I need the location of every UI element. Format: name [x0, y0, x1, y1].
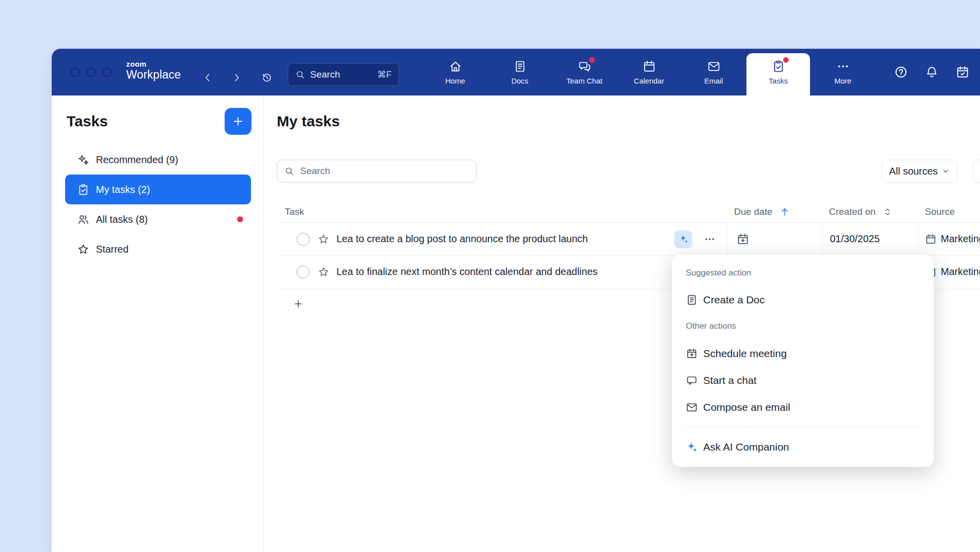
all-sources-dropdown[interactable]: All sources [882, 160, 958, 183]
tasks-search-input[interactable] [299, 165, 469, 177]
history-button[interactable] [258, 69, 276, 87]
topnav-label: Tasks [769, 77, 788, 85]
add-task-button[interactable] [288, 293, 309, 314]
ai-sparkle-icon [678, 234, 689, 244]
topnav-label: Calendar [634, 77, 664, 85]
popup-item-compose-email[interactable]: Compose an email [672, 394, 934, 421]
popup-item-start-chat[interactable]: Start a chat [672, 367, 934, 394]
more-actions-icon[interactable] [703, 233, 716, 246]
task-checkbox[interactable] [297, 233, 310, 246]
source-cell: Marketing [918, 223, 980, 255]
add-due-date-icon[interactable] [736, 233, 749, 246]
popup-item-ask-ai-companion[interactable]: Ask AI Companion [672, 434, 934, 460]
due-date-cell [727, 223, 822, 255]
sidebar-header: Tasks [52, 95, 263, 135]
calendar-plus-icon [686, 348, 698, 360]
topnav-email[interactable]: Email [689, 49, 738, 95]
nav-back-button[interactable] [199, 69, 217, 87]
notifications-button[interactable] [921, 61, 943, 83]
home-icon [449, 60, 462, 73]
zoom-workplace-logo: zoom Workplace [126, 60, 181, 82]
top-navigation: Home Docs Team Chat Calendar Email [430, 49, 868, 95]
topnav-tasks[interactable]: Tasks [753, 49, 803, 95]
ai-actions-popup: Suggested action Create a Doc Other acti… [672, 255, 934, 467]
plus-icon [293, 298, 304, 309]
sort-toggle-icon[interactable] [883, 207, 893, 217]
topnav-docs[interactable]: Docs [495, 49, 545, 95]
email-icon [707, 60, 721, 73]
task-title[interactable]: Lea to finalize next month’s content cal… [336, 266, 598, 277]
popup-item-label: Ask AI Companion [703, 441, 789, 453]
tasks-search[interactable] [277, 160, 477, 183]
topnav-label: Team Chat [567, 77, 603, 85]
star-icon [77, 243, 89, 256]
search-shortcut: ⌘F [377, 69, 392, 80]
help-icon [894, 65, 908, 79]
history-clock-icon [261, 72, 272, 83]
ai-companion-button[interactable] [674, 230, 692, 248]
popup-section-label: Suggested action [672, 267, 934, 279]
column-header-task: Task [277, 201, 727, 222]
table-row: Lea to create a blog post to announce th… [277, 223, 980, 256]
popup-item-label: Start a chat [703, 374, 756, 386]
topnav-more[interactable]: More [818, 49, 868, 95]
sidebar-item-starred[interactable]: Starred [65, 234, 251, 264]
nav-forward-button[interactable] [228, 69, 245, 87]
task-cell: Lea to create a blog post to announce th… [277, 223, 727, 255]
popup-item-label: Schedule meeting [703, 348, 787, 360]
column-label: Created on [829, 206, 876, 217]
topnav-team-chat[interactable]: Team Chat [560, 49, 609, 95]
calendar-date-icon [956, 65, 970, 79]
envelope-icon [686, 401, 698, 413]
window-control-dot[interactable] [86, 68, 96, 77]
logo-zoom-text: zoom [126, 60, 181, 69]
sidebar-item-all-tasks[interactable]: All tasks (8) [65, 204, 251, 234]
column-header-created-on[interactable]: Created on [822, 201, 918, 222]
popup-item-schedule-meeting[interactable]: Schedule meeting [672, 340, 934, 367]
team-chat-icon [578, 60, 591, 73]
topnav-calendar[interactable]: Calendar [624, 49, 674, 95]
new-task-button[interactable] [225, 108, 251, 135]
chat-bubble-icon [686, 374, 698, 386]
sidebar-item-my-tasks[interactable]: My tasks (2) [65, 175, 251, 204]
chevron-right-icon [231, 72, 242, 83]
more-icon [836, 60, 850, 73]
global-search[interactable]: Search ⌘F [288, 63, 399, 86]
global-search-label: Search [310, 69, 340, 80]
topnav-home[interactable]: Home [430, 49, 480, 95]
column-label: Task [285, 206, 304, 217]
help-button[interactable] [890, 61, 912, 83]
sidebar-item-recommended[interactable]: Recommended (9) [65, 145, 251, 175]
topnav-label: Email [704, 77, 723, 85]
topbar-utilities [890, 49, 974, 95]
column-header-due-date[interactable]: Due date [727, 201, 822, 222]
topnav-label: Home [445, 77, 465, 85]
all-sources-label: All sources [889, 166, 938, 177]
row-actions [674, 230, 727, 248]
window-control-dot[interactable] [71, 68, 80, 77]
sidebar-item-label: Starred [96, 244, 129, 255]
calendar-date-button[interactable] [952, 61, 974, 83]
topnav-label: More [834, 77, 851, 85]
doc-icon [686, 294, 698, 306]
ai-companion-icon [686, 441, 698, 453]
task-title[interactable]: Lea to create a blog post to announce th… [336, 233, 588, 245]
created-on-value: 01/30/2025 [830, 233, 880, 245]
sidebar-item-label: Recommended (9) [96, 154, 178, 166]
column-label: Source [925, 206, 955, 217]
search-icon [284, 166, 294, 176]
table-header: Task Due date Created on Source [277, 201, 980, 223]
topnav-label: Docs [511, 77, 528, 85]
task-cell: Lea to finalize next month’s content cal… [277, 256, 727, 288]
popup-item-create-doc[interactable]: Create a Doc [672, 286, 934, 313]
star-icon[interactable] [318, 266, 329, 278]
sort-ascending-icon[interactable] [779, 206, 790, 217]
sparkles-icon [77, 154, 89, 166]
star-icon[interactable] [318, 233, 329, 245]
tasks-sidebar: Tasks Recommended (9) My tasks (2) All t… [52, 95, 264, 552]
notification-dot [237, 216, 243, 222]
window-control-dot[interactable] [102, 68, 112, 77]
task-checkbox[interactable] [297, 266, 310, 278]
created-on-cell: 01/30/2025 [822, 223, 918, 255]
truncated-filter-button[interactable] [973, 160, 980, 183]
